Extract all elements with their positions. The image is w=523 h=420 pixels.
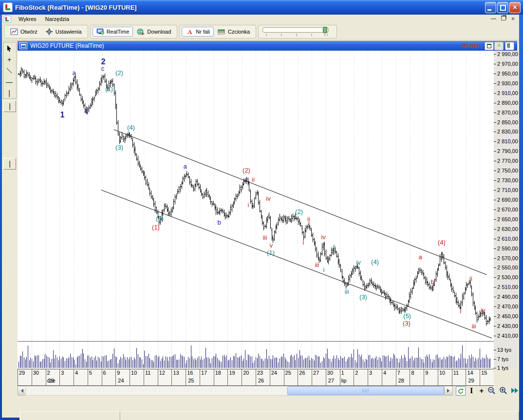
refresh-button[interactable] — [456, 386, 466, 396]
fast-forward-icon — [511, 387, 519, 394]
vertical-line-tool[interactable]: | — [3, 87, 15, 98]
bottom-panel-row — [19, 411, 519, 420]
price-axis-label: 2 690,00 — [497, 197, 518, 203]
restore-icon — [501, 16, 506, 20]
chart-maximize-button[interactable] — [485, 42, 494, 50]
mdi-minimize-button[interactable]: — — [490, 16, 497, 21]
day-label: 14 — [467, 370, 473, 376]
day-label: 1 — [341, 370, 344, 376]
date-cell: 29 — [18, 369, 32, 385]
chart-close-button[interactable]: × — [494, 42, 504, 50]
mdi-restore-button[interactable] — [500, 16, 506, 21]
price-chart-area[interactable] — [18, 51, 494, 341]
ohlc-bars — [18, 67, 491, 326]
zoom-in-icon — [499, 386, 508, 395]
menu-narzedzia[interactable]: Narzędzia — [41, 15, 74, 23]
day-label: 2 — [355, 370, 358, 376]
crosshair-tool[interactable]: + — [3, 54, 15, 65]
zoom-slider-thumb[interactable] — [323, 27, 327, 33]
chart-pin-button[interactable] — [505, 42, 514, 50]
trendline-tool[interactable] — [3, 65, 15, 76]
price-axis-label: 2 570,00 — [497, 255, 518, 261]
price-axis-label: 2 610,00 — [497, 236, 518, 242]
day-label: 30 — [327, 370, 333, 376]
zoom-out-button[interactable] — [487, 386, 497, 395]
go-to-end-button[interactable] — [510, 386, 519, 395]
price-axis-label: 2 410,00 — [497, 333, 518, 339]
date-cell: 10 — [130, 369, 144, 385]
open-button[interactable]: Otwórz — [6, 27, 41, 37]
zoom-slider[interactable] — [262, 27, 329, 33]
refresh-icon — [457, 388, 464, 395]
date-cell: 3 — [368, 369, 382, 385]
zoom-in-button[interactable] — [499, 386, 508, 395]
volume-panel[interactable] — [18, 341, 494, 369]
day-label: 19 — [229, 370, 235, 376]
paperclip-icon — [505, 42, 512, 49]
price-axis-label: 2 850,00 — [497, 119, 518, 125]
day-label: 4 — [75, 370, 78, 376]
day-label: 7 — [397, 370, 400, 376]
chart-window-titlebar[interactable]: WIG20 FUTURE (RealTime) 90 min. × — [18, 41, 517, 51]
week-label: 28 — [398, 378, 404, 383]
week-label: 25 — [188, 378, 194, 383]
gear-icon — [45, 28, 53, 35]
date-cell: 10 — [438, 369, 452, 385]
vertical-marker-tool-2[interactable]: | — [3, 158, 16, 170]
title-bar[interactable]: FiboStock (RealTime) - [WIG20 FUTURE] × — [0, 0, 523, 15]
date-cell: 26 — [298, 369, 312, 385]
price-axis-label: 2 590,00 — [497, 246, 518, 251]
date-cell: 25 — [284, 369, 299, 385]
day-label: 17 — [201, 370, 207, 376]
mdi-close-button[interactable]: × — [510, 16, 516, 21]
download-button[interactable]: Download — [133, 27, 175, 37]
realtime-button[interactable]: RealTime — [93, 27, 133, 37]
day-label: 9 — [117, 370, 120, 376]
day-label: 25 — [285, 370, 291, 376]
date-cell: 12 — [158, 369, 172, 385]
add-button[interactable]: + — [478, 386, 485, 395]
date-cell: 1625 — [186, 369, 200, 385]
maximize-box-icon — [487, 44, 491, 48]
scroll-right-button[interactable] — [444, 386, 453, 396]
close-button[interactable]: × — [509, 2, 521, 13]
maximize-button[interactable] — [497, 2, 508, 13]
scrollbar-thumb[interactable] — [287, 386, 444, 395]
day-label: 2 — [47, 370, 50, 376]
day-label: 9 — [425, 370, 428, 376]
price-axis-label: 2 930,00 — [497, 80, 518, 86]
price-axis-label: 2 790,00 — [497, 148, 518, 154]
week-label: 24 — [118, 378, 124, 383]
cursor-icon — [6, 45, 12, 52]
settings-button[interactable]: Ustawienia — [41, 27, 86, 37]
minimize-button[interactable] — [485, 2, 496, 13]
day-label: 4 — [383, 370, 386, 376]
menu-wykres[interactable]: Wykres — [14, 15, 41, 23]
day-label: 8 — [411, 370, 414, 376]
minimize-icon — [487, 9, 491, 11]
price-axis-label: 2 770,00 — [497, 158, 518, 164]
date-cell: 24 — [270, 369, 284, 385]
date-cell: 9 — [424, 369, 438, 385]
price-axis-label: 2 550,00 — [497, 265, 518, 270]
vertical-marker-tool[interactable]: | — [3, 100, 16, 112]
pointer-tool[interactable] — [3, 42, 15, 54]
price-axis-label: 2 710,00 — [497, 187, 518, 193]
wave-number-button[interactable]: A Nr fali — [182, 27, 214, 37]
volume-axis-label: 1 tys — [497, 365, 508, 371]
globe-icon — [137, 28, 145, 35]
date-cell: 6 — [102, 369, 116, 385]
toolbar-group-annotate: A Nr fali Czcionka — [179, 25, 256, 38]
day-label: 3 — [61, 370, 64, 376]
week-label: 23 — [48, 378, 54, 383]
cursor-mode-button[interactable]: I — [468, 386, 474, 395]
date-cell: 2 — [354, 369, 368, 385]
horizontal-line-tool[interactable]: — — [3, 76, 15, 87]
bottom-panel-left — [19, 411, 120, 420]
arrow-right-icon — [447, 389, 451, 393]
volume-axis-label: 13 tys — [497, 347, 511, 353]
slider-ticks — [262, 34, 331, 37]
price-axis-label: 2 910,00 — [497, 90, 518, 96]
font-button[interactable]: Czcionka — [214, 27, 254, 37]
date-cell: 11 — [452, 369, 467, 385]
